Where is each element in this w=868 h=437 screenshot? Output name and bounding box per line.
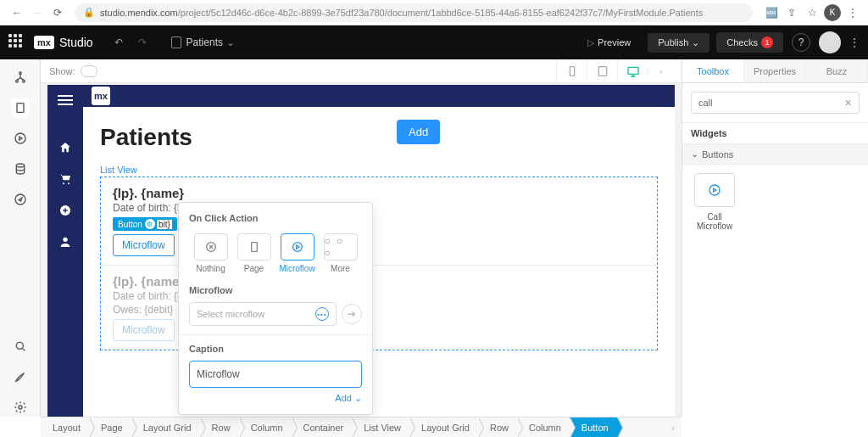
visibility-toggle[interactable] bbox=[81, 65, 97, 77]
chevron-down-icon: ⌄ bbox=[226, 36, 235, 48]
button-tag-label: Button bbox=[118, 220, 142, 229]
checks-label: Checks bbox=[726, 37, 758, 48]
apps-grid-icon[interactable] bbox=[8, 34, 25, 51]
device-tablet[interactable] bbox=[587, 59, 617, 83]
toolbox-search[interactable]: call ✕ bbox=[691, 92, 860, 114]
checks-button[interactable]: Checks1 bbox=[716, 32, 783, 53]
microflow-button[interactable]: Microflow bbox=[113, 319, 175, 341]
action-nothing[interactable]: Nothing bbox=[189, 230, 232, 277]
ellipsis-icon[interactable]: ••• bbox=[315, 307, 329, 321]
microflow-button[interactable]: Microflow bbox=[113, 234, 175, 256]
more-menu-icon[interactable]: ⋮ bbox=[849, 36, 860, 48]
hierarchy-icon[interactable] bbox=[11, 68, 30, 87]
home-icon[interactable] bbox=[58, 141, 72, 157]
button-widget-tag[interactable]: Button⚙bit} bbox=[113, 217, 177, 231]
preview-label: Preview bbox=[598, 37, 631, 48]
menu-dots-icon[interactable]: ⋮ bbox=[844, 4, 861, 21]
microflow-select[interactable]: Select microflow ••• bbox=[189, 302, 337, 326]
tab-buzz[interactable]: Buzz bbox=[806, 59, 868, 82]
right-panel: Toolbox Properties Buzz call ✕ Widgets ⌄… bbox=[682, 59, 868, 417]
breadcrumb-item[interactable]: Column bbox=[239, 417, 292, 437]
svg-point-0 bbox=[19, 72, 21, 75]
app-logo: mx bbox=[92, 87, 110, 105]
clear-search-icon[interactable]: ✕ bbox=[844, 98, 852, 109]
breadcrumb-item[interactable]: Layout Grid bbox=[409, 417, 478, 437]
breadcrumb-item[interactable]: Page bbox=[89, 417, 131, 437]
show-bar: Show: › bbox=[41, 59, 682, 83]
action-more[interactable]: ○ ○ ○ More bbox=[319, 230, 362, 277]
app-sidebar bbox=[47, 85, 83, 417]
help-button[interactable]: ? bbox=[792, 33, 810, 52]
breadcrumb-item[interactable]: Layout Grid bbox=[131, 417, 200, 437]
chevron-down-icon: ⌄ bbox=[354, 393, 362, 403]
page-title: Patients bbox=[100, 124, 658, 151]
buttons-group-header[interactable]: ⌄Buttons bbox=[682, 143, 868, 165]
cancel-circle-icon bbox=[194, 233, 228, 261]
svg-rect-18 bbox=[251, 243, 257, 252]
publish-button[interactable]: Publish⌄ bbox=[648, 33, 709, 53]
device-desktop[interactable] bbox=[617, 59, 648, 83]
action-page[interactable]: Page bbox=[232, 230, 275, 277]
onclick-section-label: On Click Action bbox=[189, 213, 362, 223]
svg-point-7 bbox=[16, 342, 23, 349]
search-icon[interactable] bbox=[11, 337, 30, 356]
database-icon[interactable] bbox=[11, 160, 30, 178]
goto-microflow-button[interactable]: ➔ bbox=[342, 304, 362, 324]
device-phone[interactable] bbox=[556, 59, 587, 83]
on-click-action-popover: On Click Action Nothing Page Microflow ○… bbox=[178, 202, 373, 415]
profile-avatar[interactable]: K bbox=[824, 4, 841, 21]
show-more-chevron[interactable]: › bbox=[648, 66, 673, 76]
breadcrumb-item[interactable]: Button bbox=[570, 417, 617, 437]
action-label: Page bbox=[244, 264, 264, 273]
share-icon[interactable]: ⇪ bbox=[783, 4, 800, 21]
forward-button[interactable]: → bbox=[27, 3, 47, 23]
svg-point-12 bbox=[63, 182, 64, 184]
address-bar[interactable]: 🔒 studio.mendix.com/project/5c12d46c-d6c… bbox=[75, 3, 753, 22]
breadcrumb-item[interactable]: Column bbox=[517, 417, 570, 437]
widget-call-microflow[interactable]: Call Microflow bbox=[691, 173, 738, 231]
breadcrumb-item[interactable]: Container bbox=[292, 417, 353, 437]
svg-rect-11 bbox=[628, 67, 638, 74]
svg-rect-3 bbox=[17, 104, 24, 113]
play-circle-icon[interactable] bbox=[11, 129, 30, 148]
add-label: Add bbox=[335, 393, 352, 403]
add-button[interactable]: Add bbox=[397, 120, 440, 144]
action-label: Nothing bbox=[196, 264, 225, 273]
tab-toolbox[interactable]: Toolbox bbox=[682, 59, 744, 82]
star-icon[interactable]: ☆ bbox=[804, 4, 821, 21]
undo-button[interactable]: ↶ bbox=[107, 31, 131, 54]
hamburger-icon[interactable] bbox=[58, 95, 73, 105]
studio-title: Studio bbox=[59, 36, 93, 49]
breadcrumb-item[interactable]: Layout bbox=[41, 417, 89, 437]
translate-icon[interactable]: 🔤 bbox=[763, 4, 780, 21]
tab-properties[interactable]: Properties bbox=[744, 59, 806, 82]
svg-point-5 bbox=[16, 164, 24, 167]
caption-input[interactable] bbox=[189, 361, 362, 388]
publish-label: Publish bbox=[658, 37, 688, 48]
svg-point-2 bbox=[22, 80, 25, 82]
button-tag-suffix: bit} bbox=[157, 220, 172, 229]
reload-button[interactable]: ⟳ bbox=[47, 3, 68, 23]
person-icon[interactable] bbox=[58, 235, 72, 251]
user-avatar[interactable] bbox=[819, 31, 841, 53]
breadcrumb-overflow[interactable]: › bbox=[665, 423, 682, 433]
cart-icon[interactable] bbox=[58, 172, 72, 188]
redo-button[interactable]: ↷ bbox=[131, 31, 154, 54]
settings-icon[interactable] bbox=[11, 398, 30, 417]
show-label: Show: bbox=[49, 66, 75, 76]
svg-point-1 bbox=[15, 80, 18, 82]
preview-button[interactable]: ▷Preview bbox=[577, 33, 641, 53]
action-label: More bbox=[331, 264, 350, 273]
pages-icon[interactable] bbox=[11, 98, 30, 117]
compass-icon[interactable] bbox=[11, 190, 30, 209]
search-value: call bbox=[698, 98, 713, 108]
chevron-down-icon: ⌄ bbox=[692, 37, 699, 48]
brush-icon[interactable] bbox=[11, 367, 30, 386]
back-button[interactable]: ← bbox=[7, 3, 27, 23]
document-selector[interactable]: Patients ⌄ bbox=[171, 36, 235, 48]
add-circle-icon[interactable] bbox=[58, 204, 72, 220]
breadcrumb-item[interactable]: List View bbox=[352, 417, 409, 437]
action-microflow[interactable]: Microflow bbox=[275, 230, 319, 277]
caption-add-link[interactable]: Add ⌄ bbox=[189, 393, 362, 404]
gear-icon[interactable]: ⚙ bbox=[145, 219, 155, 229]
